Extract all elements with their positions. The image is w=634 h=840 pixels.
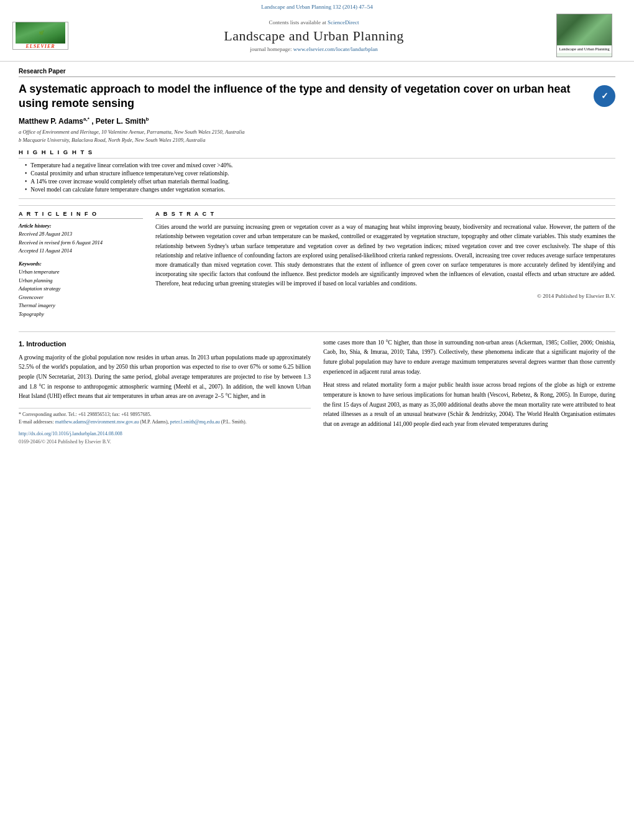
author2-name: Peter L. Smith [96,117,146,126]
header-center: Contents lists available at ScienceDirec… [75,19,553,52]
keyword-3: Adaptation strategy [19,285,143,293]
elsevier-logo-area: 🌿 ELSEVIER [12,22,75,50]
thumbnail-image [557,14,612,45]
elsevier-label: ELSEVIER [25,44,55,49]
received-date: Received 28 August 2013 [19,230,143,239]
issn-line: 0169-2046/© 2014 Published by Elsevier B… [19,438,311,446]
header-right: Landscape and Urban Planning [553,14,615,57]
keywords-group: Keywords: Urban temperature Urban planni… [19,261,143,319]
body-col-left: 1. Introduction A growing majority of th… [19,338,311,446]
page: Landscape and Urban Planning 132 (2014) … [0,0,634,840]
affiliations: a Office of Environment and Heritage, 10… [19,128,615,144]
author2-sup: b [146,116,149,122]
affiliation-b: b Macquarie University, Balaclava Road, … [19,137,205,143]
keyword-2: Urban planning [19,277,143,285]
journal-volume-link[interactable]: Landscape and Urban Planning 132 (2014) … [261,4,372,10]
doi-line: http://dx.doi.org/10.1016/j.landurbplan.… [19,430,311,438]
highlights-label: H I G H L I G H T S [19,149,615,155]
title-row: A systematic approach to model the influ… [19,82,615,111]
keyword-5: Thermal imagery [19,302,143,310]
info-abstract-section: A R T I C L E I N F O Article history: R… [19,205,615,323]
author-separator: , [91,117,96,126]
elsevier-logo: 🌿 ELSEVIER [12,22,68,50]
abstract-title: A B S T R A C T [155,211,615,219]
contents-available: Contents lists available at ScienceDirec… [75,19,553,25]
footnote-area: * Corresponding author. Tel.: +61 298856… [19,408,311,426]
author1-sup: a,* [83,116,90,122]
journal-top-link: Landscape and Urban Planning 132 (2014) … [0,0,634,11]
journal-homepage: journal homepage: www.elsevier.com/locat… [75,46,553,52]
highlight-text-2: Coastal proximity and urban structure in… [30,170,229,177]
email-footnote: E-mail addresses: matthew.adams@environm… [19,418,311,426]
journal-thumbnail: Landscape and Urban Planning [556,14,612,57]
copyright-line: © 2014 Published by Elsevier B.V. [155,293,615,299]
bullet-1: • [25,162,27,168]
abstract-text: Cities around the world are pursuing inc… [155,223,615,288]
doi-link[interactable]: http://dx.doi.org/10.1016/j.landurbplan.… [19,431,122,436]
abstract-col: A B S T R A C T Cities around the world … [155,211,615,323]
article-info-title: A R T I C L E I N F O [19,211,143,219]
body-col-right: some cases more than 10 °C higher, than … [323,338,615,446]
intro-heading: 1. Introduction [19,338,311,349]
highlight-text-1: Temperature had a negative linear correl… [30,162,232,168]
bullet-3: • [25,178,27,185]
article-title: A systematic approach to model the influ… [19,82,587,111]
history-label: Article history: [19,223,143,229]
section-divider [19,331,615,332]
header-bar: 🌿 ELSEVIER Contents lists available at S… [0,11,634,62]
affiliation-a: a Office of Environment and Heritage, 10… [19,129,245,135]
journal-title: Landscape and Urban Planning [75,28,553,44]
thumbnail-label: Landscape and Urban Planning [557,45,612,53]
highlight-item-2: • Coastal proximity and urban structure … [25,170,609,177]
accepted-date: Accepted 11 August 2014 [19,247,143,256]
author1-name: Matthew P. Adams [19,117,83,126]
revised-date: Received in revised form 6 August 2014 [19,239,143,247]
journal-url[interactable]: www.elsevier.com/locate/landurbplan [293,46,378,52]
keywords-label: Keywords: [19,261,143,267]
article-history: Article history: Received 28 August 2013… [19,223,143,256]
highlight-item-1: • Temperature had a negative linear corr… [25,162,609,168]
keyword-6: Topography [19,310,143,319]
main-content: Research Paper A systematic approach to … [0,62,634,453]
email1-link[interactable]: matthew.adams@environment.nsw.gov.au [55,419,139,425]
highlight-text-3: A 14% tree cover increase would complete… [30,178,229,185]
crossmark-badge[interactable]: ✓ [594,85,615,107]
paper-type-label: Research Paper [19,68,615,77]
authors-line: Matthew P. Adamsa,* , Peter L. Smithb [19,116,615,126]
bullet-4: • [25,187,27,193]
article-info-col: A R T I C L E I N F O Article history: R… [19,211,143,323]
body-columns: 1. Introduction A growing majority of th… [19,338,615,446]
highlight-item-4: • Novel model can calculate future tempe… [25,187,609,193]
bullet-2: • [25,170,27,177]
intro-p1: A growing majority of the global populat… [19,353,311,402]
intro-col2-p2: Heat stress and related mortality form a… [323,381,615,429]
email2-link[interactable]: peter.l.smith@mq.edu.au [170,419,220,425]
sciencedirect-link[interactable]: ScienceDirect [328,19,359,25]
keyword-4: Greencover [19,293,143,302]
highlights-box: • Temperature had a negative linear corr… [19,158,615,199]
intro-col2-p1: some cases more than 10 °C higher, than … [323,338,615,377]
highlight-item-3: • A 14% tree cover increase would comple… [25,178,609,185]
highlight-text-4: Novel model can calculate future tempera… [30,187,225,193]
keyword-1: Urban temperature [19,268,143,277]
corresponding-footnote: * Corresponding author. Tel.: +61 298856… [19,411,311,418]
